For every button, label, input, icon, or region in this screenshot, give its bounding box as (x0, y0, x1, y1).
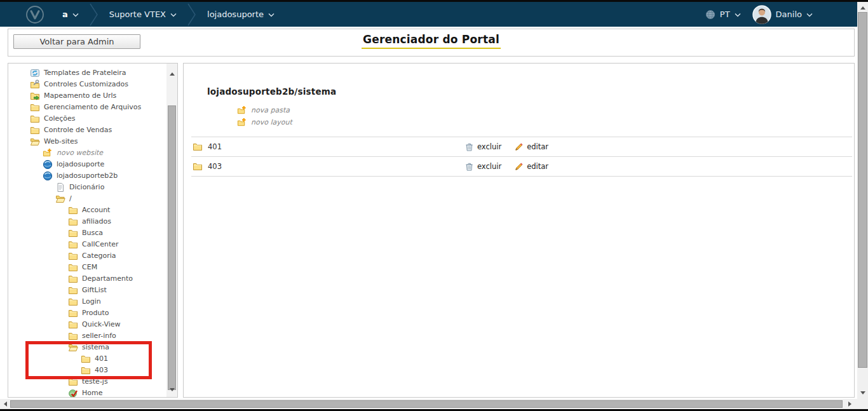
tree-item-sistema[interactable]: sistema (8, 342, 163, 353)
tree-item-root[interactable]: / (8, 193, 163, 205)
page-title: Gerenciador do Portal (8, 33, 854, 49)
scroll-right-button[interactable] (844, 399, 855, 409)
folder-icon (68, 285, 78, 295)
folder-open-icon (30, 137, 40, 147)
tree-scrollbar-thumb[interactable] (168, 105, 176, 390)
chevron-down-icon (806, 13, 813, 17)
tree-item-label: Account (82, 205, 110, 216)
tree-item-403[interactable]: 403 (8, 365, 163, 376)
chevron-down-icon (268, 13, 275, 17)
tree-item-label: teste-js (82, 376, 108, 387)
language-menu[interactable]: PT (705, 10, 741, 20)
novo-layout-link[interactable]: novo layout (237, 116, 854, 128)
row-actions: excluireditar (463, 137, 548, 156)
tree-item-gerenciamento-de-arquivos[interactable]: Gerenciamento de Arquivos (8, 102, 163, 113)
site-tree: Templates de PrateleiraControles Customi… (8, 67, 163, 398)
scroll-up-button[interactable] (857, 3, 868, 13)
tree-item-label: seller-info (82, 330, 116, 342)
tree-item-afiliados[interactable]: afiliados (8, 216, 163, 227)
tree-item-label: CallCenter (82, 239, 119, 250)
folder-arrow-icon (30, 91, 40, 101)
tree-item-label: Produto (82, 307, 109, 319)
tree-item-lojadosuporte[interactable]: lojadosuporte (8, 159, 163, 170)
tree-item-label: Gerenciamento de Arquivos (44, 102, 141, 113)
tree-item-label: Quick-View (82, 319, 121, 330)
folder-icon (81, 354, 91, 364)
tree-item-401[interactable]: 401 (8, 353, 163, 365)
tree-item-lojadosuporteb2b[interactable]: lojadosuporteb2b (8, 170, 163, 182)
edit-action-label: editar (527, 142, 548, 151)
tree-item-label: 403 (95, 365, 108, 376)
tree-item-busca[interactable]: Busca (8, 227, 163, 239)
folder-icon (81, 365, 91, 375)
tree-item-cole-es[interactable]: Coleções (8, 113, 163, 125)
tree-item-departamento[interactable]: Departamento (8, 273, 163, 285)
tree-item-categoria[interactable]: Categoria (8, 250, 163, 262)
folder-icon (68, 377, 78, 387)
tree-item-label: Home (82, 387, 102, 398)
tree-item-novo-website[interactable]: novo website (8, 147, 163, 159)
horizontal-scrollbar[interactable] (0, 399, 857, 409)
tree-item-account[interactable]: Account (8, 205, 163, 216)
tree-item-mapeamento-de-urls[interactable]: Mapeamento de Urls (8, 90, 163, 102)
tree-item-label: Controles Customizados (44, 79, 128, 90)
nova-pasta-link[interactable]: nova pasta (237, 104, 854, 116)
user-menu[interactable]: Danilo (752, 5, 813, 24)
folder-icon (68, 217, 78, 227)
folder-icon (68, 251, 78, 261)
content-pane: lojadosuporteb2b/sistema nova pastanovo … (183, 63, 855, 398)
horizontal-scrollbar-thumb[interactable] (10, 400, 843, 408)
tree-item-label: Categoria (82, 250, 116, 262)
tree-item-login[interactable]: Login (8, 296, 163, 307)
tree-item-label: Web-sites (44, 136, 78, 147)
page-scrollbar-thumb[interactable] (858, 12, 867, 368)
folder-open-icon (55, 194, 65, 204)
tree-item-giftlist[interactable]: GiftList (8, 285, 163, 296)
scroll-down-button[interactable] (166, 384, 177, 394)
page-scrollbar[interactable] (857, 2, 868, 399)
navbar-right: PT Danilo (694, 2, 857, 27)
folder-icon (68, 331, 78, 341)
top-navbar: a Suporte VTEX lojadosuporte (0, 2, 857, 27)
edit-action[interactable]: editar (513, 162, 548, 172)
new-link-label: nova pasta (251, 106, 290, 114)
tree-item-home[interactable]: Home (8, 387, 163, 398)
delete-action[interactable]: excluir (463, 142, 501, 152)
tree-item-callcenter[interactable]: CallCenter (8, 239, 163, 250)
tree-scrollbar[interactable] (166, 64, 177, 397)
folder-icon (193, 142, 203, 152)
tree-item-quick-view[interactable]: Quick-View (8, 319, 163, 330)
tree-item-dicion-rio[interactable]: Dicionário (8, 182, 163, 193)
new-icon (237, 105, 247, 115)
scrollbar-corner (857, 399, 868, 409)
tree-item-controles-customizados[interactable]: Controles Customizados (8, 79, 163, 90)
breadcrumb-store[interactable]: lojadosuporte (203, 10, 278, 19)
breadcrumb-app[interactable]: Suporte VTEX (105, 10, 180, 19)
tree-item-seller-info[interactable]: seller-info (8, 330, 163, 342)
folder-icon (30, 114, 40, 124)
scroll-up-button[interactable] (166, 69, 177, 79)
folder-row-403: 403excluireditar (191, 157, 852, 177)
scroll-down-button[interactable] (857, 387, 868, 398)
tree-item-web-sites[interactable]: Web-sites (8, 136, 163, 147)
tree-item-cem[interactable]: CEM (8, 262, 163, 273)
content-heading: lojadosuporteb2b/sistema (207, 86, 854, 97)
tree-item-controle-de-vendas[interactable]: Controle de Vendas (8, 125, 163, 136)
globe-check-icon (68, 388, 78, 398)
delete-action[interactable]: excluir (463, 162, 501, 172)
tree-item-templates-de-prateleira[interactable]: Templates de Prateleira (8, 67, 163, 79)
folder-icon (68, 205, 78, 215)
folder-icon (193, 161, 203, 172)
globe-icon (43, 159, 53, 170)
tree-item-produto[interactable]: Produto (8, 307, 163, 319)
scroll-left-button[interactable] (0, 399, 11, 409)
avatar (752, 5, 771, 24)
vtex-logo-icon[interactable] (25, 5, 44, 24)
folder-icon (68, 228, 78, 238)
edit-action[interactable]: editar (513, 142, 548, 152)
folder-icon (30, 102, 40, 112)
tree-item-label: Dicionário (69, 182, 104, 193)
tree-item-label: CEM (82, 262, 97, 273)
tree-item-teste-js[interactable]: teste-js (8, 376, 163, 387)
breadcrumb-account[interactable]: a (58, 10, 83, 19)
